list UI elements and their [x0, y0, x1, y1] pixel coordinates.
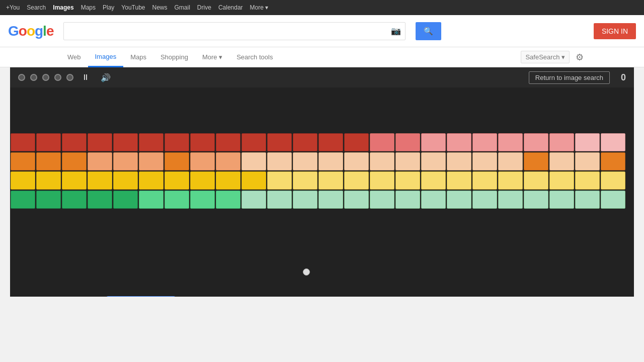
topbar-you[interactable]: +You — [6, 4, 20, 11]
brick — [421, 171, 446, 190]
brick — [601, 152, 625, 170]
sign-in-button[interactable]: SIGN IN — [594, 23, 636, 39]
tab-more[interactable]: More ▾ — [195, 47, 229, 67]
score-display: 0 — [621, 72, 626, 83]
brick — [601, 171, 625, 190]
brick — [472, 171, 497, 190]
brick — [139, 171, 164, 190]
brick — [549, 133, 574, 151]
brick — [293, 191, 317, 209]
nav-right: SafeSearch ▾ ⚙ — [521, 51, 584, 63]
brick — [524, 171, 548, 190]
safe-search-button[interactable]: SafeSearch ▾ — [521, 51, 570, 63]
brick — [370, 133, 394, 151]
brick — [575, 191, 600, 209]
brick — [36, 133, 61, 151]
brick — [498, 191, 523, 209]
dot-3 — [42, 74, 49, 81]
brick — [472, 152, 497, 170]
search-button[interactable]: 🔍 — [416, 22, 441, 40]
topbar-play[interactable]: Play — [103, 4, 114, 11]
brick — [267, 152, 292, 170]
brick — [421, 133, 446, 151]
brick — [549, 152, 574, 170]
brick — [216, 133, 240, 151]
brick — [88, 171, 112, 190]
brick — [36, 171, 61, 190]
brick — [498, 171, 523, 190]
brick — [139, 191, 164, 209]
topbar-images[interactable]: Images — [53, 4, 73, 11]
topbar-maps[interactable]: Maps — [81, 4, 96, 11]
brick — [344, 171, 369, 190]
brick — [601, 133, 625, 151]
brick — [165, 133, 189, 151]
topbar-youtube[interactable]: YouTube — [121, 4, 145, 11]
sound-button[interactable]: 🔊 — [98, 72, 114, 83]
brick — [216, 191, 240, 209]
brick — [575, 133, 600, 151]
topbar-gmail[interactable]: Gmail — [175, 4, 190, 11]
brick — [36, 152, 61, 170]
brick — [370, 191, 394, 209]
topbar-news[interactable]: News — [152, 4, 168, 11]
brick — [11, 171, 35, 190]
brick — [293, 133, 317, 151]
tab-search-tools[interactable]: Search tools — [229, 47, 280, 67]
brick — [267, 171, 292, 190]
return-button[interactable]: Return to image search — [529, 71, 610, 84]
game-container: ⏸ 🔊 Return to image search 0 — [10, 67, 634, 297]
brick — [472, 191, 497, 209]
brick — [549, 191, 574, 209]
brick — [190, 171, 215, 190]
ball — [303, 268, 310, 276]
brick — [318, 171, 343, 190]
brick — [11, 191, 35, 209]
brick-rows — [10, 87, 634, 209]
topbar-more[interactable]: More ▾ — [250, 4, 269, 11]
brick — [370, 171, 394, 190]
brick — [601, 191, 625, 209]
topbar-drive[interactable]: Drive — [197, 4, 211, 11]
search-input[interactable]: Fried rice — [68, 27, 389, 36]
dot-5 — [66, 74, 73, 81]
tab-images[interactable]: Images — [88, 47, 124, 67]
brick — [575, 171, 600, 190]
brick — [165, 171, 189, 190]
brick — [190, 133, 215, 151]
brick — [139, 152, 164, 170]
brick — [113, 191, 138, 209]
topbar-calendar[interactable]: Calendar — [218, 4, 243, 11]
dot-4 — [54, 74, 61, 81]
tab-web[interactable]: Web — [60, 47, 88, 67]
brick — [88, 152, 112, 170]
brick — [421, 152, 446, 170]
brick — [395, 191, 420, 209]
brick — [242, 171, 266, 190]
brick — [190, 191, 215, 209]
camera-icon[interactable]: 📷 — [391, 26, 401, 36]
brick-row — [10, 152, 634, 171]
brick — [11, 152, 35, 170]
dot-2 — [30, 74, 37, 81]
brick — [395, 133, 420, 151]
brick — [190, 152, 215, 170]
tab-shopping[interactable]: Shopping — [153, 47, 195, 67]
brick — [524, 191, 548, 209]
brick — [62, 171, 87, 190]
brick-row — [10, 171, 634, 190]
gear-icon[interactable]: ⚙ — [576, 52, 584, 63]
header: Google Fried rice 📷 🔍 SIGN IN — [0, 15, 644, 47]
brick — [318, 152, 343, 170]
pause-button[interactable]: ⏸ — [78, 72, 93, 83]
brick — [267, 191, 292, 209]
brick — [267, 133, 292, 151]
brick — [549, 171, 574, 190]
topbar-search[interactable]: Search — [27, 4, 46, 11]
brick — [113, 152, 138, 170]
nav-tabs: Web Images Maps Shopping More ▾ Search t… — [0, 47, 644, 67]
brick — [498, 152, 523, 170]
tab-maps[interactable]: Maps — [123, 47, 153, 67]
brick — [113, 171, 138, 190]
brick — [165, 152, 189, 170]
